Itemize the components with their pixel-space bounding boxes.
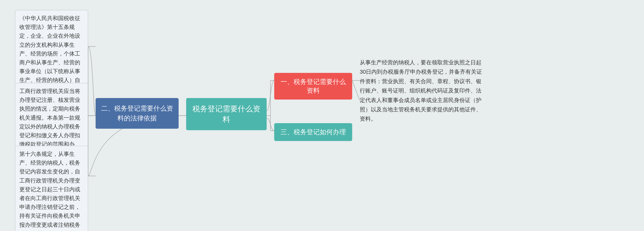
left-node-3-text: 第十六条规定，从事生产、经营的纳税人，税务登记内容发生变化的，自工商行政管理机关…	[19, 151, 80, 231]
mind-map-container: 《中华人民共和国税收征收管理法》第十五条规定，企业、企业在外地设立的分支机构和从…	[0, 0, 644, 231]
left-node-3: 第十六条规定，从事生产、经营的纳税人，税务登记内容发生变化的，自工商行政管理机关…	[15, 146, 88, 231]
center-left-node-text: 二、税务登记需要什么资料的法律依据	[101, 105, 173, 122]
far-right-node-text: 从事生产经营的纳税人，要在领取营业执照之日起30日内到办税服务厅申办税务登记，并…	[360, 59, 482, 122]
right-top-node-text: 一、税务登记需要什么资料	[280, 78, 346, 94]
center-node-text: 税务登记需要什么资料	[192, 105, 260, 123]
center-left-node: 二、税务登记需要什么资料的法律依据	[96, 98, 179, 129]
right-bottom-node: 三、税务登记如何办理	[274, 123, 352, 141]
far-right-node: 从事生产经营的纳税人，要在领取营业执照之日起30日内到办税服务厅申办税务登记，并…	[360, 58, 486, 124]
right-bottom-node-text: 三、税务登记如何办理	[280, 128, 346, 136]
right-top-node: 一、税务登记需要什么资料	[274, 73, 352, 100]
center-node: 税务登记需要什么资料	[186, 98, 267, 130]
